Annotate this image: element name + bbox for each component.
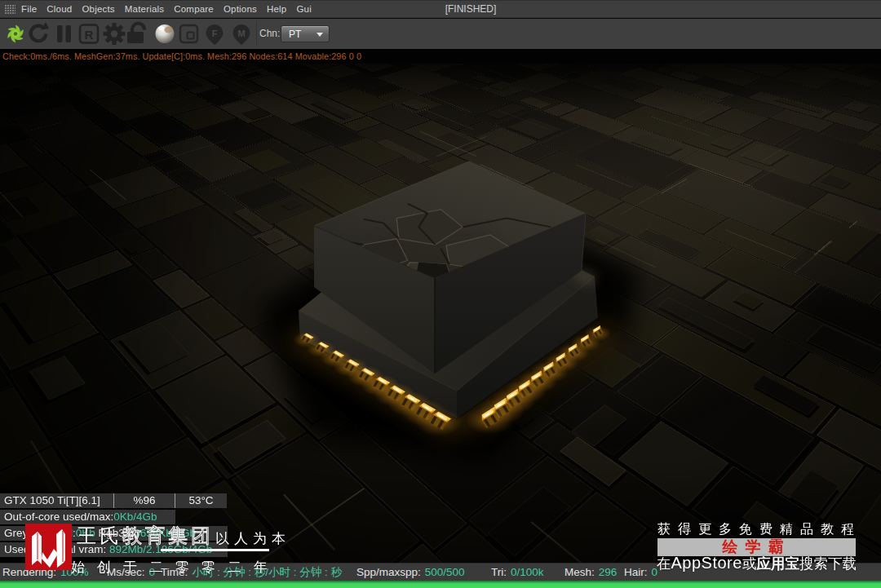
- status-mesh: Mesh:296: [564, 564, 617, 581]
- restart-icon[interactable]: R: [80, 25, 98, 43]
- render-region-icon[interactable]: [180, 25, 197, 42]
- menu-options[interactable]: Options: [219, 1, 262, 19]
- settings-gear-icon[interactable]: [104, 23, 126, 45]
- channel-dropdown[interactable]: PT: [281, 25, 330, 42]
- watermark-promo-line: 获得更多免费精品教程: [657, 521, 857, 538]
- mesh-info-text: Check:0ms./6ms. MeshGen:37ms. Update[C]:…: [2, 51, 361, 61]
- menu-materials[interactable]: Materials: [120, 1, 169, 19]
- render-progress-bar: [0, 581, 881, 588]
- menu-cloud[interactable]: Cloud: [42, 1, 77, 19]
- octane-logo-icon[interactable]: [6, 25, 26, 43]
- svg-text:F: F: [212, 29, 218, 38]
- pin-m-icon[interactable]: M: [233, 24, 250, 45]
- channel-dropdown-value: PT: [289, 26, 301, 42]
- lock-icon[interactable]: [127, 24, 144, 44]
- watermark-appstore-line: 在AppStore或应用宝搜索下载: [657, 554, 857, 573]
- svg-text:M: M: [237, 29, 245, 38]
- watermark-slogan: 以人为本: [215, 529, 290, 548]
- gpu-temperature: 53°C: [175, 493, 227, 508]
- render-viewport[interactable]: GTX 1050 Ti[T][6.1] %96 53°C Out-of-core…: [0, 64, 881, 563]
- cpu-chip-render: [0, 64, 881, 563]
- menu-objects[interactable]: Objects: [77, 1, 119, 19]
- menu-items: FileCloudObjectsMaterialsCompareOptionsH…: [16, 1, 317, 19]
- material-ball-icon[interactable]: [156, 24, 175, 43]
- huixueba-brand: 绘学霸: [723, 538, 791, 555]
- menu-bar: [FINISHED] FileCloudObjectsMaterialsComp…: [0, 0, 881, 18]
- watermark-underline: [161, 549, 269, 551]
- menu-gui[interactable]: Gui: [291, 1, 317, 19]
- menu-file[interactable]: File: [16, 1, 42, 19]
- watermark-brand-text: 王氏教育集团: [77, 523, 214, 549]
- pause-icon[interactable]: [57, 25, 71, 42]
- toolbar-separator: [256, 21, 257, 46]
- gpu-name: GTX 1050 Ti[T][6.1]: [0, 493, 114, 508]
- svg-text:R: R: [85, 28, 94, 42]
- status-hair: Hair:0: [624, 564, 657, 581]
- status-sppmaxspp: Spp/maxspp:500/500: [356, 564, 465, 581]
- toolbar: R: [0, 19, 881, 49]
- gpu-utilization: %96: [114, 493, 175, 508]
- watermark-subtitle: 始创于二零零二年: [71, 558, 280, 577]
- octane-render-window: [FINISHED] FileCloudObjectsMaterialsComp…: [0, 0, 881, 588]
- refresh-icon[interactable]: [31, 22, 49, 41]
- mesh-info-bar: Check:0ms./6ms. MeshGen:37ms. Update[C]:…: [0, 49, 881, 64]
- menu-compare[interactable]: Compare: [169, 1, 219, 19]
- status-tri: Tri:0/100k: [491, 564, 544, 581]
- menu-help[interactable]: Help: [262, 1, 291, 19]
- chevron-down-icon: [317, 33, 323, 37]
- pin-f-icon[interactable]: F: [206, 24, 224, 45]
- wang-education-logo: [25, 524, 72, 570]
- gpu-device-row: GTX 1050 Ti[T][6.1] %96 53°C: [0, 493, 227, 508]
- channel-label: Chn:: [259, 19, 280, 49]
